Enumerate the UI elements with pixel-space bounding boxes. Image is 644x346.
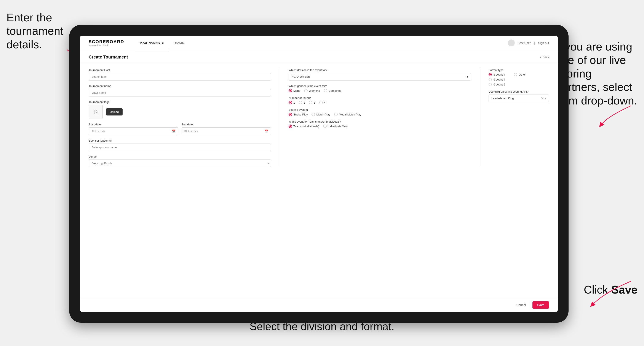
format-options-row: 5 count 4 6 count 4 6 count 5	[488, 73, 549, 86]
radio-6c5-circle	[488, 83, 492, 86]
gender-womens-label: Womens	[309, 89, 320, 92]
rounds-label: Number of rounds	[288, 96, 471, 100]
scoring-match[interactable]: Match Play	[312, 113, 330, 116]
nav-separator: |	[534, 41, 535, 45]
rounds-3[interactable]: 3	[309, 101, 315, 104]
rounds-2-label: 2	[304, 101, 305, 104]
back-button[interactable]: ‹ Back	[540, 55, 549, 59]
sponsor-input[interactable]	[89, 144, 271, 151]
radio-5c4-circle	[488, 73, 492, 76]
gender-group: Which gender is the event for? Mens Wome…	[288, 84, 471, 92]
api-group: Use third-party live scoring API? Leader…	[488, 90, 549, 102]
scoring-radio-row: Stroke Play Match Play Medal Match Play	[288, 113, 471, 116]
start-label: Start date	[89, 123, 178, 126]
nav-tournaments[interactable]: TOURNAMENTS	[135, 36, 168, 50]
venue-input[interactable]	[89, 160, 271, 167]
host-group: Tournament Host	[89, 68, 271, 81]
gender-combined[interactable]: Combined	[324, 89, 341, 92]
annotation-top-left: Enter the tournament details.	[6, 11, 76, 51]
host-input-wrapper	[89, 73, 271, 81]
format-6count4-label: 6 count 4	[494, 78, 505, 81]
api-value: Leaderboard King	[492, 97, 514, 100]
gender-mens[interactable]: Mens	[288, 89, 300, 92]
scoring-medal-label: Medal Match Play	[339, 113, 361, 116]
teams-individuals-label: Individuals Only	[328, 125, 348, 128]
api-tag[interactable]: Leaderboard King ✕ ▾	[488, 95, 549, 102]
division-select[interactable]: NCAA Division I ▾	[288, 73, 471, 81]
rounds-2[interactable]: 2	[299, 101, 305, 104]
rounds-4[interactable]: 4	[319, 101, 326, 104]
start-date-group: Start date Pick a date 📅	[89, 123, 178, 135]
sign-out-link[interactable]: Sign out	[538, 41, 549, 45]
rounds-1[interactable]: 1	[288, 101, 295, 104]
gender-womens[interactable]: Womens	[304, 89, 320, 92]
radio-womens-circle	[304, 89, 308, 92]
radio-stroke-circle	[288, 113, 292, 116]
teams-group: Is this event for Teams and/or Individua…	[288, 120, 471, 128]
end-label: End date	[182, 123, 271, 126]
format-6count5-label: 6 count 5	[494, 83, 505, 86]
radio-individuals-circle	[323, 125, 327, 128]
format-checkbox-group: 5 count 4 6 count 4 6 count 5	[488, 73, 505, 86]
dropdown-icon-venue: ▾	[268, 162, 269, 165]
calendar-icon-start: 📅	[172, 130, 176, 133]
sponsor-group: Sponsor (optional)	[89, 139, 271, 151]
nav-right: Test User | Sign out	[508, 39, 549, 46]
host-input[interactable]	[89, 73, 271, 81]
format-other[interactable]: Other	[514, 73, 526, 76]
api-remove-icon[interactable]: ✕ ▾	[541, 96, 546, 100]
scoring-medal[interactable]: Medal Match Play	[334, 113, 361, 116]
image-icon: ⎘	[94, 109, 97, 115]
radio-combined-circle	[324, 89, 327, 92]
start-placeholder: Pick a date	[92, 130, 105, 133]
division-value: NCAA Division I	[292, 75, 311, 78]
division-group: Which division is the event for? NCAA Di…	[288, 68, 471, 81]
rounds-3-label: 3	[314, 101, 315, 104]
end-date-input[interactable]: Pick a date 📅	[182, 127, 271, 135]
upload-button[interactable]: Upload	[106, 108, 122, 116]
radio-medal-circle	[334, 113, 338, 116]
scoring-stroke[interactable]: Stroke Play	[288, 113, 308, 116]
rounds-group: Number of rounds 1 2	[288, 96, 471, 104]
format-6count4[interactable]: 6 count 4	[488, 78, 505, 81]
col-divider-1	[280, 68, 280, 167]
logo-title: SCOREBOARD	[89, 39, 124, 44]
back-chevron-icon: ‹	[540, 55, 541, 59]
format-6count5[interactable]: 6 count 5	[488, 83, 505, 86]
form-body: Tournament Host Tournament name Tourname…	[80, 63, 558, 173]
radio-r2-circle	[299, 101, 302, 104]
end-placeholder: Pick a date	[184, 130, 198, 133]
user-avatar	[508, 39, 515, 46]
radio-other-circle	[514, 73, 517, 76]
radio-r3-circle	[309, 101, 312, 104]
sponsor-label: Sponsor (optional)	[89, 139, 271, 142]
logo-group: Tournament logo ⎘ Upload	[89, 100, 271, 119]
radio-r1-circle	[288, 101, 292, 104]
dropdown-icon-division: ▾	[467, 75, 468, 78]
teams-individuals[interactable]: Individuals Only	[323, 125, 348, 128]
gender-combined-label: Combined	[328, 89, 341, 92]
name-group: Tournament name	[89, 84, 271, 96]
venue-input-wrapper: ▾	[89, 160, 271, 167]
radio-teams-circle	[288, 125, 292, 128]
main-content: Create Tournament ‹ Back Tournament Host	[80, 50, 558, 298]
form-footer: Cancel Save	[80, 298, 558, 312]
venue-label: Venue	[89, 155, 271, 158]
division-label: Which division is the event for?	[288, 68, 471, 72]
host-label: Tournament Host	[89, 68, 271, 72]
start-date-input[interactable]: Pick a date 📅	[89, 127, 178, 135]
gender-label: Which gender is the event for?	[288, 84, 471, 88]
page-title: Create Tournament	[89, 55, 128, 60]
save-button[interactable]: Save	[532, 301, 549, 309]
scoring-match-label: Match Play	[316, 113, 330, 116]
nav-teams[interactable]: TEAMS	[168, 36, 188, 50]
teams-teams[interactable]: Teams (+Individuals)	[288, 125, 319, 128]
format-5count4[interactable]: 5 count 4	[488, 73, 505, 76]
rounds-1-label: 1	[293, 101, 295, 104]
rounds-radio-row: 1 2 3 4	[288, 101, 471, 104]
logo-sub: Powered by Clippit	[89, 44, 124, 46]
cancel-button[interactable]: Cancel	[513, 302, 530, 309]
app-logo: SCOREBOARD Powered by Clippit	[89, 39, 124, 46]
format-group: Format type 5 count 4 6 count 4	[488, 68, 549, 86]
name-input[interactable]	[89, 89, 271, 96]
